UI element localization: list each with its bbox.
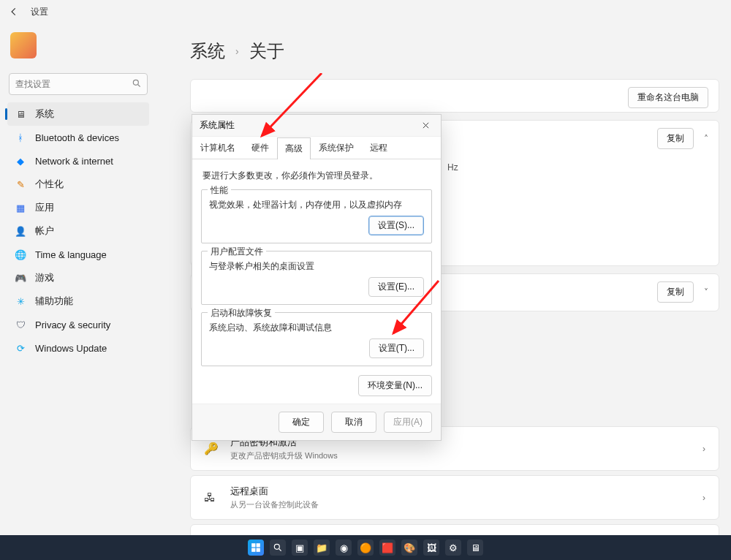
arrow-left-icon [9,7,19,17]
chevron-up-icon[interactable]: ˄ [704,134,708,144]
performance-section: 性能 视觉效果，处理器计划，内存使用，以及虚拟内存 设置(S)... [201,189,432,243]
performance-desc: 视觉效果，处理器计划，内存使用，以及虚拟内存 [209,199,424,211]
sidebar-item-7[interactable]: 🎮游戏 [7,266,149,290]
chevron-down-icon[interactable]: ˅ [704,287,708,298]
cancel-button[interactable]: 取消 [331,412,376,433]
apply-button: 应用(A) [384,412,432,433]
nav-label: Time & language [35,249,107,260]
copy-button-2[interactable]: 复制 [657,281,694,303]
sidebar-item-4[interactable]: ▦应用 [7,196,149,219]
sidebar-item-9[interactable]: 🛡Privacy & security [7,313,149,336]
window-title: 设置 [31,6,48,18]
taskbar-app-2[interactable]: 🟥 [379,540,395,556]
breadcrumb-system[interactable]: 系统 [190,39,225,63]
dialog-tab-2[interactable]: 高级 [277,137,311,159]
row-icon: 🔑 [204,442,220,455]
nav-label: 应用 [35,201,54,214]
taskbar-chrome[interactable]: ◉ [336,540,352,556]
taskbar-settings[interactable]: ⚙ [445,540,461,556]
svg-point-7 [274,544,279,549]
nav-icon: ◆ [15,156,26,167]
startup-section: 启动和故障恢复 系统启动、系统故障和调试信息 设置(T)... [201,312,432,366]
dialog-tab-3[interactable]: 系统保护 [311,137,362,159]
svg-point-0 [133,80,138,85]
search-box[interactable] [9,73,148,95]
nav-icon: 🎮 [15,273,26,284]
dialog-close-button[interactable] [417,118,433,134]
svg-rect-5 [251,548,255,552]
sidebar-item-5[interactable]: 👤帐户 [7,219,149,243]
nav-label: Windows Update [35,343,107,354]
userprofile-settings-button[interactable]: 设置(E)... [368,277,424,297]
nav-icon: 🛡 [15,319,26,330]
search-input[interactable] [9,73,148,95]
ok-button[interactable]: 确定 [279,412,324,433]
row-subtitle: 从另一台设备控制此设备 [230,499,319,510]
startup-settings-button[interactable]: 设置(T)... [369,338,424,358]
nav-icon: ✳ [15,296,26,307]
nav-label: 帐户 [35,224,54,238]
copy-button-1[interactable]: 复制 [657,128,694,149]
start-button[interactable] [248,540,264,556]
taskbar-taskview[interactable]: ▣ [292,540,308,556]
sidebar-item-1[interactable]: ᚼBluetooth & devices [7,126,149,149]
userprofile-section: 用户配置文件 与登录帐户相关的桌面设置 设置(E)... [201,251,432,305]
nav-icon: ▦ [15,203,26,213]
startup-desc: 系统启动、系统故障和调试信息 [209,322,424,334]
sidebar-item-2[interactable]: ◆Network & internet [7,149,149,173]
dialog-note: 要进行大多数更改，你必须作为管理员登录。 [202,170,432,182]
sidebar-item-6[interactable]: 🌐Time & language [7,243,149,266]
taskbar-search[interactable] [270,540,286,556]
startup-legend: 启动和故障恢复 [208,307,275,319]
nav-icon: ᚼ [15,132,26,143]
sidebar-item-0[interactable]: 🖥系统 [7,102,149,126]
close-icon [422,121,430,129]
taskbar-paint[interactable]: 🎨 [401,540,417,556]
nav-icon: ⟳ [15,343,26,354]
nav-icon: 🌐 [15,249,26,260]
chevron-right-icon: › [235,45,239,57]
rename-pc-button[interactable]: 重命名这台电脑 [628,87,708,108]
userprofile-legend: 用户配置文件 [208,246,266,258]
dialog-tab-4[interactable]: 远程 [362,137,395,159]
cpu-freq-peek: Hz [447,162,458,173]
chevron-icon: › [702,493,705,503]
nav-label: 系统 [35,107,54,121]
taskbar[interactable]: ▣ 📁 ◉ 🟠 🟥 🎨 🖼 ⚙ 🖥 [0,535,731,560]
performance-legend: 性能 [208,184,231,197]
nav-label: Privacy & security [35,319,110,330]
nav-label: Bluetooth & devices [35,132,119,143]
nav-label: 辅助功能 [35,295,73,308]
breadcrumb: 系统 › 关于 [190,39,719,63]
svg-rect-4 [257,543,260,547]
env-variables-button[interactable]: 环境变量(N)... [358,375,432,396]
nav-label: 个性化 [35,178,64,191]
sidebar-item-10[interactable]: ⟳Windows Update [7,336,149,360]
dialog-tab-0[interactable]: 计算机名 [192,137,243,159]
sidebar-item-3[interactable]: ✎个性化 [7,173,149,196]
taskbar-app-1[interactable]: 🟠 [357,540,374,556]
avatar[interactable] [10,32,37,58]
nav-icon: 🖥 [15,109,26,120]
row-icon: 🖧 [204,491,220,504]
taskbar-photos[interactable]: 🖼 [423,540,439,556]
svg-rect-6 [257,548,260,552]
dialog-tab-1[interactable]: 硬件 [243,137,277,159]
row-title: 远程桌面 [230,485,319,498]
back-button[interactable] [6,4,22,20]
nav-label: Network & internet [35,156,113,167]
sidebar-item-8[interactable]: ✳辅助功能 [7,290,149,313]
dialog-title: 系统属性 [200,119,235,132]
taskbar-app-3[interactable]: 🖥 [467,540,483,556]
svg-rect-3 [251,543,255,547]
rename-card: 重命名这台电脑 [190,79,719,113]
breadcrumb-about: 关于 [249,39,284,63]
nav-icon: ✎ [15,179,26,190]
userprofile-desc: 与登录帐户相关的桌面设置 [209,260,424,273]
performance-settings-button[interactable]: 设置(S)... [368,216,424,235]
taskbar-explorer[interactable]: 📁 [314,540,330,556]
nav-icon: 👤 [15,226,26,237]
related-row-1[interactable]: 🖧远程桌面从另一台设备控制此设备› [190,475,719,520]
row-subtitle: 更改产品密钥或升级 Windows [230,450,338,461]
system-properties-dialog: 系统属性 计算机名硬件高级系统保护远程 要进行大多数更改，你必须作为管理员登录。… [192,114,442,441]
